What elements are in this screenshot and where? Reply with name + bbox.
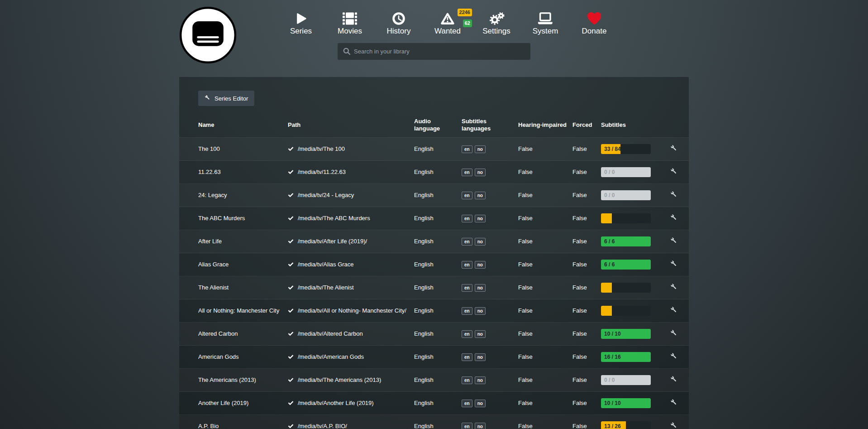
nav-item-donate[interactable]: Donate	[574, 12, 614, 36]
series-table: Name Path Audio language Subtitles langu…	[179, 113, 689, 429]
series-path-cell: /media/tv/24 - Legacy	[288, 184, 414, 207]
forced-value: False	[572, 346, 601, 369]
subtitles-languages-cell: enno	[462, 299, 518, 323]
series-path: /media/tv/A.P. BIO/	[298, 423, 347, 429]
series-path-cell: /media/tv/After Life (2019)/	[288, 230, 414, 253]
film-icon	[343, 12, 357, 25]
series-name[interactable]: The Alienist	[179, 276, 288, 299]
series-name[interactable]: Another Life (2019)	[179, 392, 288, 415]
series-name[interactable]: Altered Carbon	[179, 323, 288, 346]
series-editor-button[interactable]: Series Editor	[198, 91, 254, 106]
language-badge: no	[475, 238, 486, 246]
subtitles-progress: 33 / 84	[601, 144, 651, 154]
nav-item-history[interactable]: History	[379, 12, 419, 36]
series-path: /media/tv/Alias Grace	[298, 261, 354, 268]
series-name[interactable]: 24: Legacy	[179, 184, 288, 207]
nav-item-movies[interactable]: Movies	[330, 12, 370, 36]
nav-item-settings[interactable]: Settings	[477, 12, 516, 36]
subtitles-languages-cell: enno	[462, 323, 518, 346]
nav-item-wanted[interactable]: 2246 62 Wanted	[428, 12, 467, 36]
check-icon	[288, 307, 294, 315]
series-path-cell: /media/tv/Another Life (2019)	[288, 392, 414, 415]
edit-series-wrench-icon[interactable]	[670, 376, 677, 385]
edit-series-wrench-icon[interactable]	[670, 145, 677, 154]
subtitles-cell	[601, 207, 663, 230]
nav-item-system[interactable]: System	[525, 12, 565, 36]
laptop-icon	[538, 12, 553, 25]
search-input[interactable]	[338, 43, 530, 60]
series-path: /media/tv/After Life (2019)/	[298, 238, 367, 245]
forced-value: False	[572, 161, 601, 184]
subtitles-cell: 6 / 6	[601, 230, 663, 253]
subtitles-languages-cell: enno	[462, 392, 518, 415]
header-audio-language: Audio language	[414, 113, 462, 138]
hearing-impaired-value: False	[518, 276, 572, 299]
edit-series-wrench-icon[interactable]	[670, 214, 677, 223]
check-icon	[288, 423, 294, 429]
series-name[interactable]: The 100	[179, 138, 288, 161]
series-path-cell: /media/tv/The 100	[288, 138, 414, 161]
edit-series-wrench-icon[interactable]	[670, 329, 677, 339]
table-row: A.P. Bio /media/tv/A.P. BIO/ English enn…	[179, 415, 689, 429]
series-name[interactable]: After Life	[179, 230, 288, 253]
series-name[interactable]: Alias Grace	[179, 253, 288, 276]
header-name: Name	[179, 113, 288, 138]
audio-language-value: English	[414, 369, 462, 392]
wrench-icon	[205, 95, 210, 102]
header-path: Path	[288, 113, 414, 138]
series-path: /media/tv/The ABC Murders	[298, 215, 370, 222]
app-logo[interactable]	[179, 6, 237, 64]
forced-value: False	[572, 207, 601, 230]
audio-language-value: English	[414, 346, 462, 369]
series-name[interactable]: 11.22.63	[179, 161, 288, 184]
nav-item-series[interactable]: Series	[281, 12, 321, 36]
language-badge: en	[462, 169, 472, 176]
progress-fill	[601, 213, 612, 223]
edit-series-wrench-icon[interactable]	[670, 352, 677, 362]
language-badge: en	[462, 192, 472, 199]
edit-series-wrench-icon[interactable]	[670, 168, 677, 177]
series-name[interactable]: A.P. Bio	[179, 415, 288, 429]
edit-series-wrench-icon[interactable]	[670, 283, 677, 293]
heart-icon	[587, 12, 601, 25]
series-path-cell: /media/tv/All or Nothing- Manchester Cit…	[288, 299, 414, 323]
check-icon	[288, 238, 294, 246]
language-badge: en	[462, 376, 472, 384]
progress-label: 0 / 0	[604, 375, 615, 385]
series-name[interactable]: The Americans (2013)	[179, 369, 288, 392]
audio-language-value: English	[414, 276, 462, 299]
language-badge: no	[475, 169, 486, 176]
warning-triangle-icon	[441, 12, 454, 25]
edit-series-wrench-icon[interactable]	[670, 422, 677, 429]
edit-series-wrench-icon[interactable]	[670, 399, 677, 408]
series-name[interactable]: All or Nothing: Manchester City	[179, 299, 288, 323]
play-icon	[295, 12, 307, 25]
wanted-count-badge-secondary: 62	[463, 19, 472, 27]
subtitles-cell: 33 / 84	[601, 138, 663, 161]
series-path: /media/tv/Altered Carbon	[298, 330, 363, 337]
subtitles-cell	[601, 276, 663, 299]
check-icon	[288, 261, 294, 269]
language-badge: en	[462, 261, 472, 269]
subtitles-languages-cell: enno	[462, 138, 518, 161]
header-hearing-impaired: Hearing-impaired	[518, 113, 572, 138]
nav-label: Series	[290, 27, 312, 36]
edit-series-wrench-icon[interactable]	[670, 260, 677, 270]
language-badge: en	[462, 307, 472, 315]
row-actions-cell	[663, 207, 689, 230]
language-badge: no	[475, 284, 486, 292]
subtitles-languages-cell: enno	[462, 369, 518, 392]
edit-series-wrench-icon[interactable]	[670, 237, 677, 246]
progress-fill	[601, 306, 612, 316]
row-actions-cell	[663, 415, 689, 429]
series-name[interactable]: American Gods	[179, 346, 288, 369]
series-path-cell: /media/tv/Altered Carbon	[288, 323, 414, 346]
row-actions-cell	[663, 253, 689, 276]
language-badge: no	[475, 400, 486, 407]
wanted-count-badge: 2246	[458, 9, 472, 16]
edit-series-wrench-icon[interactable]	[670, 306, 677, 316]
table-row: After Life /media/tv/After Life (2019)/ …	[179, 230, 689, 253]
series-name[interactable]: The ABC Murders	[179, 207, 288, 230]
edit-series-wrench-icon[interactable]	[670, 191, 677, 200]
series-path: /media/tv/24 - Legacy	[298, 192, 354, 198]
